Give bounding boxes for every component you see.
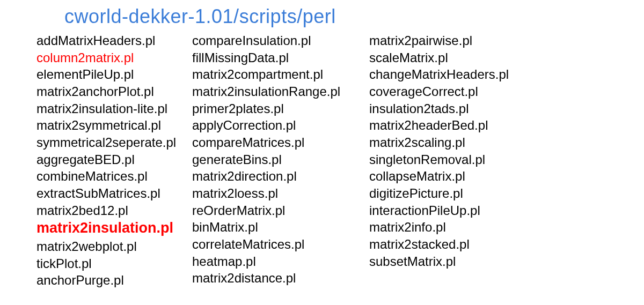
- column-3: matrix2pairwise.plscaleMatrix.plchangeMa…: [369, 32, 546, 270]
- file-item: addMatrixHeaders.pl: [36, 32, 192, 49]
- file-item: matrix2scaling.pl: [369, 134, 546, 151]
- file-item: combineMatrices.pl: [36, 168, 192, 185]
- file-item: symmetrical2seperate.pl: [36, 134, 192, 151]
- file-item: collapseMatrix.pl: [369, 168, 546, 185]
- column-2: compareInsulation.plfillMissingData.plma…: [192, 32, 364, 287]
- file-item: elementPileUp.pl: [36, 66, 192, 83]
- file-item: applyCorrection.pl: [192, 117, 364, 134]
- file-item: matrix2distance.pl: [192, 270, 364, 287]
- column-1: addMatrixHeaders.plcolumn2matrix.pleleme…: [36, 32, 192, 289]
- file-item: scaleMatrix.pl: [369, 49, 546, 66]
- file-item: compareMatrices.pl: [192, 134, 364, 151]
- file-item: insulation2tads.pl: [369, 100, 546, 117]
- file-item: singletonRemoval.pl: [369, 151, 546, 168]
- file-item: digitizePicture.pl: [369, 185, 546, 202]
- file-item: primer2plates.pl: [192, 100, 364, 117]
- file-item: matrix2symmetrical.pl: [36, 117, 192, 134]
- file-item: matrix2headerBed.pl: [369, 117, 546, 134]
- file-item: column2matrix.pl: [36, 49, 192, 66]
- page-title: cworld-dekker-1.01/scripts/perl: [64, 5, 644, 28]
- file-item: anchorPurge.pl: [36, 272, 192, 289]
- file-item: compareInsulation.pl: [192, 32, 364, 49]
- file-item: tickPlot.pl: [36, 255, 192, 272]
- file-item: matrix2anchorPlot.pl: [36, 83, 192, 100]
- file-item: matrix2direction.pl: [192, 168, 364, 185]
- file-item: matrix2insulation-lite.pl: [36, 100, 192, 117]
- file-item: fillMissingData.pl: [192, 49, 364, 66]
- file-item: generateBins.pl: [192, 151, 364, 168]
- file-item: aggregateBED.pl: [36, 151, 192, 168]
- file-item: matrix2loess.pl: [192, 185, 364, 202]
- file-item: coverageCorrect.pl: [369, 83, 546, 100]
- file-item: changeMatrixHeaders.pl: [369, 66, 546, 83]
- file-item: reOrderMatrix.pl: [192, 202, 364, 219]
- file-item: matrix2webplot.pl: [36, 238, 192, 255]
- file-item: matrix2insulationRange.pl: [192, 83, 364, 100]
- file-item: matrix2compartment.pl: [192, 66, 364, 83]
- file-item: matrix2pairwise.pl: [369, 32, 546, 49]
- file-item: matrix2info.pl: [369, 219, 546, 236]
- file-item: correlateMatrices.pl: [192, 236, 364, 253]
- file-item: subsetMatrix.pl: [369, 253, 546, 270]
- file-item: interactionPileUp.pl: [369, 202, 546, 219]
- file-item: matrix2bed12.pl: [36, 202, 192, 219]
- file-item: binMatrix.pl: [192, 219, 364, 236]
- file-item: matrix2stacked.pl: [369, 236, 546, 253]
- file-item: extractSubMatrices.pl: [36, 185, 192, 202]
- file-columns: addMatrixHeaders.plcolumn2matrix.pleleme…: [0, 32, 644, 289]
- file-item: matrix2insulation.pl: [36, 219, 192, 238]
- file-item: heatmap.pl: [192, 253, 364, 270]
